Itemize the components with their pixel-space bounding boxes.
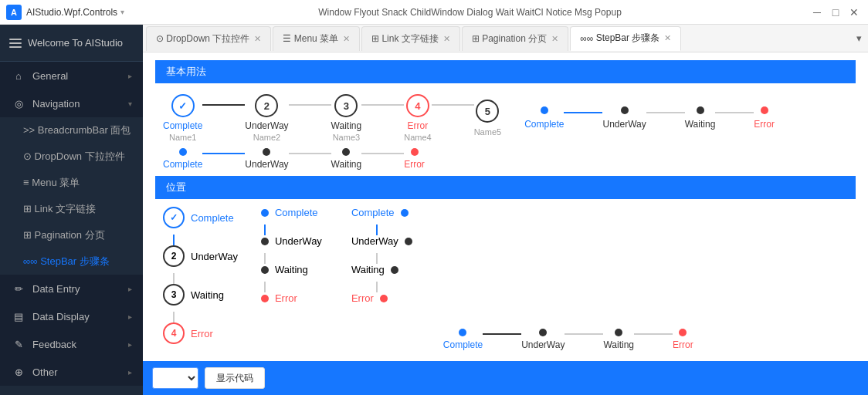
dot-connector-1 [564, 112, 602, 113]
section-position-header: 位置 [155, 176, 856, 199]
vstep-label-waiting: Waiting [191, 289, 224, 301]
dot-connector-3 [715, 112, 754, 113]
menu-label: ≡ Menu 菜单 [23, 176, 80, 190]
show-code-button[interactable]: 显示代码 [205, 367, 265, 389]
section-basic-header: 基本用法 [155, 60, 856, 83]
vstep-waiting: 3 Waiting [163, 284, 238, 306]
stepbar-basic-row2: Complete UnderWay Waiting [155, 148, 856, 176]
tab-dropdown[interactable]: ⊙ DropDown 下拉控件 ✕ [146, 26, 271, 51]
stepbar-basic-row1: ✓ Complete Name1 2 UnderWay Name2 3 [155, 83, 856, 148]
vstep2-label-waiting: Waiting [275, 264, 308, 275]
vstep3-underway: UnderWay [345, 235, 412, 247]
other-label: Other [32, 366, 128, 378]
pos-label-error: Error [673, 339, 693, 350]
sidebar: Welcome To AIStudio ⌂ General ▸ ◎ Naviga… [0, 25, 143, 395]
step-label-3: Waiting [331, 120, 362, 131]
code-select[interactable] [152, 367, 198, 389]
step-name5: 5 Name5 [474, 100, 501, 137]
sidebar-item-data-entry[interactable]: ✏ Data Entry ▸ [0, 275, 143, 302]
step-complete-1: ✓ Complete Name1 [163, 94, 202, 142]
tab-menu-icon: ☰ [283, 33, 291, 44]
tab-menu[interactable]: ☰ Menu 菜单 ✕ [273, 26, 360, 51]
sidebar-item-navigation[interactable]: ◎ Navigation ▾ [0, 89, 143, 117]
tab-stepbar-close[interactable]: ✕ [664, 33, 671, 43]
pos-step-waiting: Waiting [603, 329, 634, 350]
tab-menu-close[interactable]: ✕ [343, 34, 350, 44]
tab-stepbar-label: StepBar 步骤条 [596, 32, 660, 45]
tab-link-close[interactable]: ✕ [443, 34, 450, 44]
vstep3-complete: Complete [345, 207, 412, 218]
step2-complete: Complete [163, 148, 202, 170]
pagination-label: ⊞ Pagination 分页 [23, 228, 105, 242]
sidebar-item-link[interactable]: ⊞ Link 文字链接 [0, 196, 143, 222]
sidebar-item-data-display[interactable]: ▤ Data Display ▸ [0, 302, 143, 330]
vstep3-dot-waiting [391, 266, 398, 274]
step-waiting-1: 3 Waiting Name3 [331, 94, 362, 142]
data-display-icon: ▤ [11, 309, 26, 324]
step-dot-complete: Complete [524, 106, 564, 130]
tab-dropdown-close[interactable]: ✕ [254, 34, 261, 44]
vstep2-label-error: Error [275, 292, 297, 304]
vstep3-label-complete: Complete [351, 207, 395, 218]
vstep-label-underway: UnderWay [191, 251, 238, 262]
dot-label-underway: UnderWay [602, 119, 646, 130]
vstep3-dot-complete [401, 209, 409, 217]
step-sublabel-3: Name3 [333, 133, 360, 142]
navigation-label: Navigation [32, 98, 128, 110]
step2-label-waiting: Waiting [331, 159, 362, 170]
sidebar-item-pagination[interactable]: ⊞ Pagination 分页 [0, 222, 143, 248]
app-logo: A [6, 5, 22, 20]
tab-more-button[interactable]: ▾ [850, 32, 868, 44]
dot-label-complete: Complete [524, 119, 564, 130]
feedback-label: Feedback [32, 339, 128, 350]
tab-dropdown-icon: ⊙ [156, 33, 164, 44]
vstep2-dot-complete [261, 209, 269, 217]
data-display-label: Data Display [32, 311, 128, 322]
vstep2-v-conn-2 [264, 253, 266, 264]
sidebar-item-feedback[interactable]: ✎ Feedback ▸ [0, 330, 143, 358]
step2-waiting: Waiting [331, 148, 362, 170]
maximize-button[interactable]: □ [828, 5, 843, 20]
content-area: ⊙ DropDown 下拉控件 ✕ ☰ Menu 菜单 ✕ ⊞ Link 文字链… [143, 25, 868, 395]
tab-stepbar[interactable]: ∞∞ StepBar 步骤条 ✕ [570, 26, 681, 51]
tab-pagination[interactable]: ⊞ Pagination 分页 ✕ [462, 26, 568, 51]
pos-conn-1 [483, 333, 521, 335]
pos-dot-error [679, 329, 687, 336]
sidebar-item-other[interactable]: ⊕ Other ▸ [0, 358, 143, 386]
vstep3-v-conn-3 [376, 282, 378, 292]
tab-pagination-close[interactable]: ✕ [551, 34, 558, 44]
close-button[interactable]: ✕ [846, 5, 862, 20]
pos-label-complete: Complete [443, 339, 483, 350]
sidebar-item-general[interactable]: ⌂ General ▸ [0, 62, 143, 89]
vstep2-dot-waiting [261, 266, 269, 274]
navigation-arrow-icon: ▾ [128, 100, 132, 108]
tab-link[interactable]: ⊞ Link 文字链接 ✕ [361, 26, 460, 51]
step-sublabel-1: Name1 [169, 133, 196, 142]
step-circle-3: 3 [334, 94, 358, 117]
sidebar-item-breadcrumb[interactable]: >> BreadcrumbBar 面包 [0, 117, 143, 143]
step-dot-error: Error [754, 106, 775, 130]
app-name: AIStudio.Wpf.Controls [26, 7, 117, 18]
step-circle-1: ✓ [171, 94, 195, 117]
section-basic-label: 基本用法 [166, 66, 206, 77]
sidebar-item-menu[interactable]: ≡ Menu 菜单 [0, 170, 143, 196]
sidebar-item-stepbar[interactable]: ∞∞ StepBar 步骤条 [0, 248, 143, 275]
hamburger-icon [9, 39, 22, 48]
sidebar-item-dropdown[interactable]: ⊙ DropDown 下拉控件 [0, 143, 143, 170]
pos-dot-underway [539, 329, 547, 336]
tab-pagination-label: Pagination 分页 [482, 32, 547, 46]
navigation-icon: ◎ [11, 96, 26, 111]
dot-complete [541, 106, 548, 114]
hstepbar-dots: Complete UnderWay [524, 106, 775, 130]
minimize-button[interactable]: ─ [809, 5, 825, 20]
content-body: 基本用法 ✓ Complete Name1 2 UnderWay [143, 52, 868, 361]
dot-underway [621, 106, 629, 114]
pos-label-waiting: Waiting [603, 339, 634, 350]
vstep-label-complete: Complete [191, 212, 234, 224]
sidebar-header-label: Welcome To AIStudio [28, 37, 123, 49]
vstep2-complete: Complete [261, 207, 322, 218]
vstep3-error: Error [345, 292, 412, 304]
pos-hstepbar: Complete UnderWay Waiting [436, 207, 693, 350]
step2-label-error: Error [404, 159, 425, 170]
pos-conn-2 [565, 333, 603, 335]
